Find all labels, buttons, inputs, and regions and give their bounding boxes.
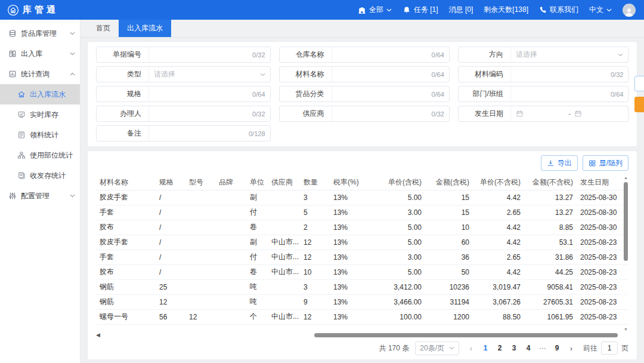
table-cell: 钢筋 (96, 294, 156, 309)
table-row[interactable]: 螺母一号5612个中山市...1213%100.00120088.501061.… (96, 309, 628, 324)
order-no-input[interactable] (154, 51, 250, 59)
scroll-down-icon[interactable]: ▼ (624, 327, 628, 332)
filter-grid: 单据编号0/32仓库名称0/64方向请选择类型请选择材料名称0/64材料编码0/… (96, 47, 628, 141)
page-button-2[interactable]: 2 (494, 342, 506, 355)
filter-field-label: 类型 (97, 67, 149, 82)
table-cell: 1200 (425, 309, 473, 324)
calendar-icon (516, 110, 524, 118)
supplier-input[interactable] (337, 110, 429, 118)
app-root: 库管通 全部 任务 [1] 消息 [0] 剩余天数[138] 联系我们 (0, 0, 644, 363)
sidebar-item-realtime-stock[interactable]: 实时库存 (0, 104, 80, 125)
table-row[interactable]: 胶布/卷中山市...1013%5.00504.4244.252025-08-23 (96, 264, 628, 279)
search-button[interactable]: 搜索 (634, 97, 644, 112)
department-input[interactable] (516, 90, 608, 99)
table-cell: 15 (425, 205, 473, 220)
table-cell: 2025-08-23 (577, 279, 624, 294)
filter-field-label: 发生日期 (459, 106, 511, 121)
reset-button[interactable]: 重置 (634, 76, 644, 91)
table-cell: 2.65 (473, 250, 524, 264)
spec-input[interactable] (154, 90, 250, 99)
tab-home[interactable]: 首页 (88, 20, 119, 37)
page-button-4[interactable]: 4 (522, 342, 534, 355)
table-cell: 13% (330, 190, 375, 205)
column-header: 单位 (246, 175, 268, 190)
tab-inout-flow[interactable]: 出入库流水 (119, 20, 171, 37)
table-cell: 12 (156, 294, 185, 309)
start-date-input[interactable] (516, 110, 565, 118)
vertical-scrollbar[interactable]: ▲ ▼ (623, 175, 628, 332)
page-unit-label: 页 (621, 343, 628, 353)
stats-icon (8, 70, 17, 78)
sidebar-item-material-stats[interactable]: 领料统计 (0, 125, 80, 145)
scope-selector[interactable]: 全部 (358, 5, 392, 15)
export-button[interactable]: 导出 (541, 155, 578, 171)
char-counter: 0/32 (252, 51, 265, 59)
type-control[interactable]: 请选择 (149, 69, 270, 79)
next-page-button[interactable]: › (565, 342, 577, 355)
filter-field-label: 仓库名称 (280, 47, 332, 62)
table-row[interactable]: 手套/付513%3.00152.6513.272025-08-30 (96, 205, 628, 220)
table-row[interactable]: 手套/付中山市...1213%3.00362.6531.862025-08-23 (96, 250, 628, 264)
horizontal-scrollbar[interactable]: ◀ (96, 333, 628, 338)
vertical-scroll-thumb[interactable] (624, 182, 628, 261)
page-button-9[interactable]: 9 (551, 342, 563, 355)
sidebar-item-usage-part-stats[interactable]: 使用部位统计 (0, 145, 80, 165)
table-cell: 螺母一号 (96, 309, 156, 324)
column-header: 发生日期 (577, 175, 624, 190)
page-size-select[interactable]: 20条/页 (415, 342, 459, 355)
sidebar-item-goods-management[interactable]: 货品库管理 (0, 23, 80, 44)
language-selector[interactable]: 中文 (589, 5, 612, 15)
column-header: 型号 (185, 175, 215, 190)
download-icon (547, 159, 555, 167)
scroll-up-icon[interactable]: ▲ (624, 175, 628, 180)
horizontal-scroll-thumb[interactable] (314, 333, 618, 337)
scroll-left-icon[interactable]: ◀ (96, 333, 100, 338)
more-pages-icon[interactable]: ··· (537, 342, 549, 355)
messages-link[interactable]: 消息 [0] (449, 5, 473, 15)
table-cell: 13% (330, 294, 375, 309)
sidebar-item-in-out-warehouse[interactable]: 出入库 (0, 44, 80, 64)
direction-control[interactable]: 请选择 (511, 50, 628, 60)
table-cell: 5 (300, 205, 330, 220)
page-button-3[interactable]: 3 (508, 342, 520, 355)
sidebar-item-label: 配置管理 (21, 191, 66, 201)
data-table: 材料名称规格型号品牌单位供应商数量税率(%)单价(含税)金额(含税)单价(不含税… (96, 175, 628, 325)
avatar[interactable] (623, 4, 636, 17)
material-name-input[interactable] (337, 70, 429, 79)
material-code-input[interactable] (516, 70, 608, 79)
sidebar-item-inout-flow[interactable]: 出入库流水 (0, 84, 80, 104)
results-panel: 导出 显/隐列 材料名称规格型号品牌单位供应商数量税率(%)单价(含税)金额(含… (88, 151, 637, 359)
table-cell: 胶布 (96, 264, 156, 279)
table-row[interactable]: 胶布/卷213%5.00104.428.852025-08-30 (96, 220, 628, 235)
toggle-columns-button[interactable]: 显/隐列 (583, 155, 628, 171)
table-row[interactable]: 钢筋12吨913%3,466.00311943,067.2627605.3120… (96, 294, 628, 309)
char-counter: 0/64 (611, 91, 623, 98)
table-cell: 5.00 (375, 235, 425, 250)
sidebar-item-send-receive-stats[interactable]: 收发存统计 (0, 165, 80, 186)
table-cell: 8.85 (524, 220, 577, 235)
contact-link[interactable]: 联系我们 (539, 5, 578, 15)
main-area: 首页出入库流水 单据编号0/32仓库名称0/64方向请选择类型请选择材料名称0/… (80, 20, 644, 363)
prev-page-button[interactable]: ‹ (465, 342, 477, 355)
page-size-value: 20条/页 (420, 343, 444, 353)
table-cell: 13.27 (524, 190, 577, 205)
table-cell: 个 (246, 309, 268, 324)
tasks-link[interactable]: 任务 [1] (402, 5, 438, 15)
warehouse-name-input[interactable] (337, 51, 429, 59)
user-icon (624, 7, 634, 17)
table-row[interactable]: 钢筋25吨313%3,412.00102363,019.479058.41202… (96, 279, 628, 294)
end-date-input[interactable] (574, 110, 623, 118)
handler-input[interactable] (154, 110, 250, 118)
goods-category-input[interactable] (337, 90, 429, 99)
goto-page-input[interactable] (601, 342, 618, 355)
sidebar-item-config-management[interactable]: 配置管理 (0, 186, 80, 206)
page-button-1[interactable]: 1 (479, 342, 491, 355)
table-cell: / (156, 220, 185, 235)
sidebar-item-label: 统计查询 (21, 69, 66, 79)
sidebar-item-stats-query[interactable]: 统计查询 (0, 64, 80, 84)
filter-field-handler: 办理人0/32 (96, 106, 271, 122)
table-cell (215, 309, 246, 324)
table-row[interactable]: 胶皮手套/副中山市...1213%5.00604.4253.12025-08-2… (96, 235, 628, 250)
remark-input[interactable] (154, 130, 246, 138)
table-row[interactable]: 胶皮手套/副313%5.00154.4213.272025-08-30 (96, 190, 628, 205)
